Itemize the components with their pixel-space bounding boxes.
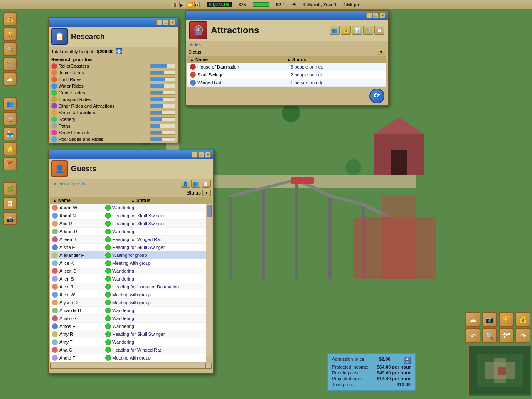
list-item[interactable]: Amilio G Wandering	[50, 315, 206, 323]
list-item[interactable]: Aileen J Heading for Winged Rat	[50, 236, 206, 244]
budget-up-arrow[interactable]: ▲	[116, 48, 122, 51]
priority-bar-container[interactable]	[150, 104, 175, 108]
priority-bar-container[interactable]	[150, 131, 175, 135]
attr-tool-1[interactable]: 👥	[330, 26, 340, 35]
status-dropdown-arrow[interactable]: ▼	[377, 49, 385, 55]
sidebar-btn-rides[interactable]: 🎡	[3, 112, 17, 126]
guests-close-btn[interactable]: ✕	[205, 152, 211, 158]
priority-bar-container[interactable]	[150, 64, 175, 68]
guests-scrollbar[interactable]	[206, 204, 212, 356]
right-btn-rotate-left[interactable]: ↶	[466, 328, 480, 343]
admission-down-btn[interactable]: ▼	[404, 360, 411, 364]
priority-bar-container[interactable]	[150, 111, 175, 115]
guests-minimize-btn[interactable]: _	[192, 152, 197, 158]
table-row[interactable]: Skull Swinger 2 people on ride	[187, 71, 386, 79]
priority-bar-container[interactable]	[150, 137, 175, 141]
table-row[interactable]: Winged Rat 1 person on ride	[187, 79, 386, 87]
guests-scroll-handle[interactable]	[207, 205, 212, 217]
sidebar-btn-guests[interactable]: 👥	[3, 97, 17, 111]
admission-up-btn[interactable]: ▲	[404, 357, 411, 360]
right-btn-zoom-1[interactable]: 🔍	[482, 328, 497, 343]
pause-btn[interactable]: ⏸	[172, 2, 177, 7]
research-restore-btn[interactable]: □	[163, 20, 169, 25]
sidebar-btn-award[interactable]: 🏆	[3, 27, 17, 41]
right-btn-zoom-2[interactable]: 🗺	[499, 328, 514, 343]
individual-guests-tab[interactable]: Individual guests	[51, 181, 85, 186]
play-btn[interactable]: ▶	[179, 2, 185, 7]
attractions-minimize-btn[interactable]: _	[366, 12, 372, 18]
sidebar-btn-zoom-in[interactable]: 🔍	[3, 42, 17, 56]
priority-bar-container[interactable]	[150, 117, 175, 121]
list-item[interactable]: Alyson D Meeting with group	[50, 299, 206, 307]
guests-icon-individual[interactable]: 👤	[181, 180, 190, 188]
research-window-controls[interactable]: _ □ ✕	[156, 20, 175, 25]
guests-list[interactable]: Aaron W Wandering Abdul N Heading for Sk…	[50, 204, 206, 362]
sidebar-btn-money[interactable]: 💰	[3, 12, 17, 26]
attractions-col-status[interactable]: ▲ Status	[287, 57, 384, 62]
sidebar-btn-1[interactable]: ⛰	[3, 72, 17, 86]
sidebar-btn-flag[interactable]: 🚩	[3, 157, 17, 170]
list-item[interactable]: Amos F Wandering	[50, 323, 206, 330]
guests-col-name[interactable]: ▲ Name	[53, 198, 131, 203]
sidebar-btn-shop[interactable]: 🏪	[3, 127, 17, 140]
guests-col-status[interactable]: ▲ Status	[131, 198, 209, 203]
list-item[interactable]: Adrian D Wandering	[50, 228, 206, 236]
right-btn-cloud[interactable]: ☁	[466, 312, 480, 327]
research-close-btn[interactable]: ✕	[170, 20, 175, 25]
list-item[interactable]: Andie F Meeting with group	[50, 354, 206, 362]
sidebar-btn-camera[interactable]: 📷	[3, 212, 17, 225]
priority-bar-container[interactable]	[150, 124, 175, 128]
list-item[interactable]: Abu R Heading for Skull Swinger	[50, 220, 206, 228]
priority-bar-container[interactable]	[150, 77, 175, 81]
sidebar-btn-leaf[interactable]: 🌿	[3, 182, 17, 195]
admission-arrows[interactable]: ▲ ▼	[404, 357, 411, 364]
attractions-window-controls[interactable]: _ □ ✕	[366, 12, 385, 18]
list-item[interactable]: Aaron W Wandering	[50, 204, 206, 212]
list-item[interactable]: Alexander P Waiting for group	[50, 251, 206, 259]
guests-window-controls[interactable]: _ □ ✕	[192, 152, 211, 158]
attractions-map-btn[interactable]: 🗺	[369, 89, 384, 103]
sidebar-btn-path[interactable]: 🛤	[3, 197, 17, 210]
fast-btn[interactable]: ⏩	[187, 2, 192, 7]
priority-bar-container[interactable]	[150, 97, 175, 101]
list-item[interactable]: Amanda D Wandering	[50, 307, 206, 315]
guests-scrollbar-h[interactable]	[50, 363, 206, 369]
list-item[interactable]: Alvin J Heading for House of Damnation	[50, 283, 206, 291]
list-item[interactable]: Amy T Wandering	[50, 338, 206, 346]
priority-bar-container[interactable]	[150, 84, 175, 88]
attractions-close-btn[interactable]: ✕	[379, 12, 385, 18]
guests-status-dropdown[interactable]: ▼	[202, 190, 211, 196]
list-item[interactable]: Aisha F Heading for Skull Swinger	[50, 244, 206, 251]
list-item[interactable]: Ana G Heading for Winged Rat	[50, 346, 206, 354]
right-btn-rotate-right[interactable]: ↷	[515, 328, 530, 343]
attr-tool-2[interactable]: 💰	[341, 26, 351, 35]
table-row[interactable]: House of Damnation 6 people on ride	[187, 63, 386, 71]
attr-tool-4[interactable]: 🔧	[363, 26, 373, 35]
attractions-col-name[interactable]: ▲ Name	[190, 57, 287, 62]
rides-tab[interactable]: Rides	[189, 42, 201, 47]
right-btn-money[interactable]: 💰	[515, 312, 530, 327]
list-item[interactable]: Alice K Meeting with group	[50, 259, 206, 267]
list-item[interactable]: Allen S Wandering	[50, 275, 206, 283]
attr-tool-3[interactable]: 📊	[352, 26, 362, 35]
list-item[interactable]: Alvin W Meeting with group	[50, 291, 206, 299]
attr-tool-5[interactable]: 📋	[374, 26, 384, 35]
guests-restore-btn[interactable]: □	[198, 152, 204, 158]
research-minimize-btn[interactable]: _	[156, 20, 162, 25]
sidebar-btn-tools[interactable]: 🔧	[3, 57, 17, 71]
right-btn-camera[interactable]: 📷	[482, 312, 497, 327]
guests-icon-group[interactable]: 👥	[191, 180, 200, 188]
list-item[interactable]: Alison D Wandering	[50, 267, 206, 275]
list-item[interactable]: Amy R Heading for Skull Swinger	[50, 330, 206, 338]
budget-arrows[interactable]: ▲ ▼	[116, 48, 122, 54]
sidebar-btn-star[interactable]: ⭐	[3, 142, 17, 155]
budget-down-arrow[interactable]: ▼	[116, 52, 122, 54]
attractions-tabs[interactable]: Rides	[186, 41, 388, 48]
pause-controls[interactable]: ⏸ ▶ ⏩ ⏭	[172, 2, 200, 7]
priority-bar-container[interactable]	[150, 71, 175, 75]
right-btn-award[interactable]: 🏆	[499, 312, 514, 327]
attractions-restore-btn[interactable]: □	[373, 12, 379, 18]
priority-bar-container[interactable]	[150, 91, 175, 95]
list-item[interactable]: Abdul N Heading for Skull Swinger	[50, 212, 206, 220]
minimap[interactable]	[468, 345, 530, 395]
